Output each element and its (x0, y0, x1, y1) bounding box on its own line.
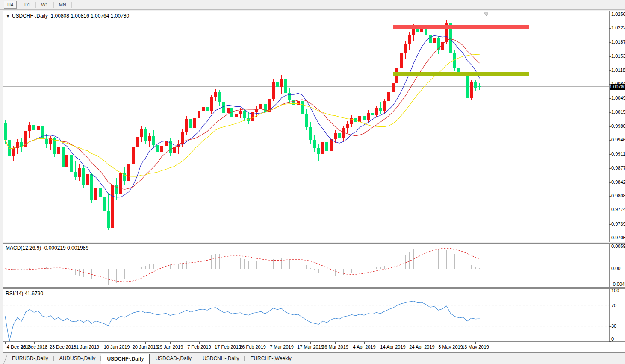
ohlc-close: 1.00780 (111, 13, 129, 19)
price-axis-tick (609, 238, 611, 238)
date-axis-tick (364, 342, 365, 344)
price-axis-label: 0.98420 (611, 179, 625, 185)
date-axis-tick (335, 342, 336, 344)
date-axis-tick (422, 342, 422, 344)
chart-tab-bar: EURUSD-,DailyAUDUSD-,DailyUSDCHF-,DailyU… (0, 353, 625, 364)
chart-tab-eurchf[interactable]: EURCHF-,Weekly (245, 353, 297, 364)
price-axis-tick (609, 140, 611, 141)
date-axis-tick (88, 342, 88, 344)
chart-tab-usdcad[interactable]: USDCAD-,Daily (150, 353, 197, 364)
ohlc-open: 1.00808 (51, 13, 69, 19)
date-axis-tick (34, 342, 35, 344)
price-axis-tick (609, 196, 611, 197)
price-axis-label: 0.97740 (611, 207, 625, 212)
price-axis-label: 1.00490 (611, 95, 625, 100)
rsi-indicator-label: RSI(14) 41.6790 (6, 291, 43, 296)
date-axis-tick (253, 342, 253, 344)
price-axis-tick (609, 28, 611, 29)
price-axis-label: 0.98080 (611, 193, 625, 198)
toolbar-separator (19, 2, 19, 8)
rsi-axis-label: 100 (611, 288, 619, 293)
chart-tab-usdcnh[interactable]: USDCNH-,Daily (197, 353, 245, 364)
rsi-axis-tick (609, 291, 611, 291)
price-axis-label: 0.98770 (611, 165, 625, 170)
chart-tab-eurusd[interactable]: EURUSD-,Daily (6, 353, 54, 364)
date-axis-tick (170, 342, 171, 344)
timeframe-button-d1[interactable]: D1 (21, 1, 33, 8)
date-axis-tick (228, 342, 228, 344)
macd-axis-label: 0.00 (611, 266, 620, 271)
price-axis-label: 1.00150 (611, 109, 625, 114)
price-axis-tick (609, 84, 611, 85)
main-plot[interactable] (3, 11, 612, 242)
macd-axis-label: -0.00424 (611, 282, 625, 287)
price-axis-tick (609, 15, 611, 15)
price-axis-tick (609, 56, 611, 57)
chart-ohlc-header: ▼USDCHF-,Daily 1.00808 1.00816 1.00764 1… (6, 13, 129, 19)
price-axis-tick (609, 168, 611, 169)
price-axis-border (609, 244, 610, 287)
toolbar-separator (53, 2, 54, 8)
rsi-axis-label: 0 (611, 336, 614, 341)
date-axis-tick (393, 342, 393, 344)
macd-axis-tick (609, 285, 611, 285)
macd-axis-label: 0.00597 (611, 244, 625, 249)
price-axis-label: 1.01870 (611, 39, 625, 44)
price-axis-label: 0.99800 (611, 123, 625, 129)
macd-axis-tick (609, 269, 611, 269)
date-axis-tick (475, 342, 476, 344)
price-axis-tick (609, 112, 611, 113)
macd-indicator-label: MACD(12,26,9) -0.000219 0.001989 (6, 245, 88, 251)
date-axis-tick (199, 342, 200, 344)
rsi-plot[interactable] (3, 289, 612, 341)
price-axis-label: 0.99460 (611, 137, 625, 142)
date-axis-tick (282, 342, 282, 344)
chart-tab-audusd[interactable]: AUDUSD-,Daily (54, 353, 101, 364)
macd-plot[interactable] (3, 244, 612, 287)
price-axis-tick (609, 210, 611, 210)
chart-symbol-label: USDCHF-,Daily (12, 13, 48, 19)
date-axis-tick (117, 342, 117, 344)
price-axis-label: 0.97390 (611, 221, 625, 226)
date-axis-tick (5, 342, 6, 344)
price-axis-tick (609, 224, 611, 225)
toolbar-separator (71, 2, 72, 8)
timeframe-toolbar: H4D1W1MN (0, 0, 625, 10)
price-axis-border (609, 289, 610, 341)
rsi-axis-label: 70 (611, 303, 616, 308)
price-axis-tick (609, 154, 611, 155)
timeframe-button-w1[interactable]: W1 (38, 1, 51, 8)
price-axis-label: 1.01530 (611, 53, 625, 59)
rsi-axis-tick (609, 306, 611, 306)
price-axis-tick (609, 42, 611, 43)
date-axis-tick (145, 342, 146, 344)
price-axis-tick (609, 126, 611, 127)
toolbar-separator (35, 2, 36, 8)
date-axis-tick (451, 342, 451, 344)
date-axis-tick (63, 342, 63, 344)
date-axis-tick (310, 342, 311, 344)
chart-tab-usdchf[interactable]: USDCHF-,Daily (101, 354, 150, 364)
price-axis-label: 1.02560 (611, 12, 625, 17)
date-axis-label: 13 May 2019 (457, 344, 493, 349)
rsi-axis-label: 30 (611, 323, 616, 329)
price-axis-label: 1.00840 (611, 81, 625, 86)
timeframe-button-h4[interactable]: H4 (4, 1, 17, 9)
rsi-axis-tick (609, 341, 611, 342)
ohlc-high: 1.00816 (71, 13, 89, 19)
rsi-axis-tick (609, 326, 611, 327)
ohlc-low: 1.00764 (91, 13, 109, 19)
macd-axis-tick (609, 247, 611, 247)
price-axis-label: 1.02220 (611, 25, 625, 30)
chart-direction-icon: ▼ (6, 14, 10, 18)
price-axis-tick (609, 98, 611, 99)
mt4-window: H4D1W1MN ▼USDCHF-,Daily 1.00808 1.00816 … (0, 0, 625, 364)
price-axis-label: 0.97050 (611, 235, 625, 240)
timeframe-button-mn[interactable]: MN (56, 1, 69, 8)
price-axis-label: 1.01180 (611, 68, 625, 73)
price-axis-tick (609, 70, 611, 71)
price-axis-label: 0.99110 (611, 151, 625, 156)
price-axis-tick (609, 182, 611, 183)
